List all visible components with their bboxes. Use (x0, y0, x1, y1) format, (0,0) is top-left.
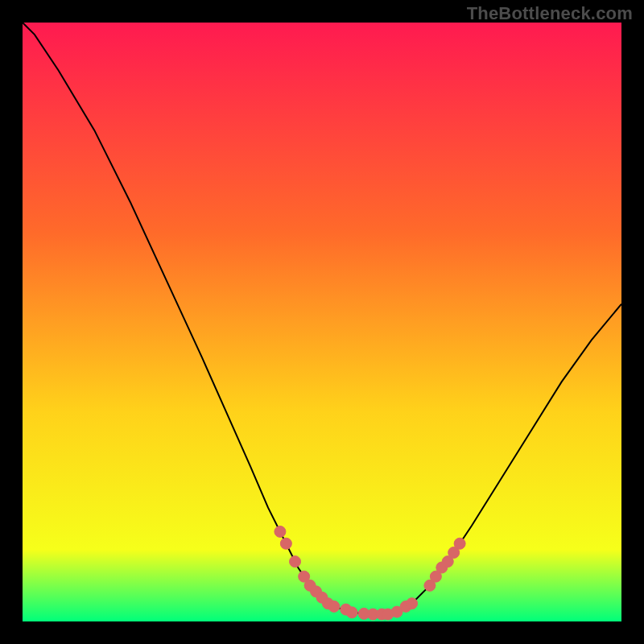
curve-marker (407, 598, 418, 609)
curve-marker (275, 526, 286, 537)
curve-marker (346, 607, 357, 618)
curve-marker (454, 538, 465, 549)
curve-marker (328, 601, 340, 612)
plot-area (23, 23, 621, 621)
watermark-text: TheBottleneck.com (467, 3, 633, 24)
curve-marker (290, 556, 301, 568)
curve-marker (280, 538, 291, 549)
chart-container: TheBottleneck.com (0, 0, 644, 644)
marker-points (23, 23, 621, 621)
